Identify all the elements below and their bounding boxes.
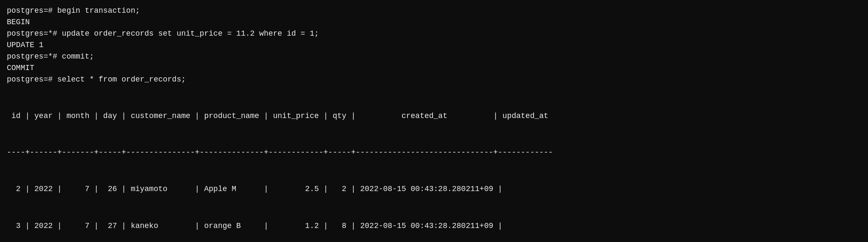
line-commit-command: postgres=*# commit;: [7, 51, 861, 62]
table-header: id | year | month | day | customer_name …: [7, 110, 861, 122]
line-begin-result: BEGIN: [7, 17, 861, 28]
terminal-window: postgres=# begin transaction; BEGIN post…: [7, 5, 861, 242]
line-commit-result: COMMIT: [7, 62, 861, 74]
table-row-1: 2 | 2022 | 7 | 26 | miyamoto | Apple M |…: [7, 183, 861, 195]
table-separator: ----+------+-------+-----+--------------…: [7, 146, 861, 159]
line-select-command: postgres=# select * from order_records;: [7, 74, 861, 85]
line-begin-transaction: postgres=# begin transaction;: [7, 5, 861, 17]
table-row-2: 3 | 2022 | 7 | 27 | kaneko | orange B | …: [7, 220, 861, 232]
query-results-table: id | year | month | day | customer_name …: [7, 85, 861, 242]
line-update-command: postgres=*# update order_records set uni…: [7, 28, 861, 39]
line-update-result: UPDATE 1: [7, 39, 861, 51]
